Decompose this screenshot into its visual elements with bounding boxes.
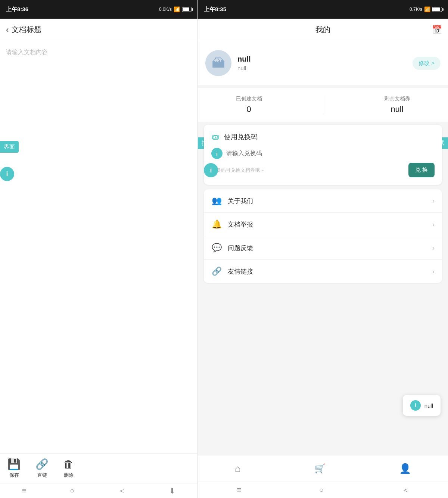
avatar-icon: 🏔 [212,55,225,71]
nav-system-bar: ≡ ○ ＜ [198,482,448,498]
chevron-report-icon: › [432,221,435,228]
avatar: 🏔 [205,50,231,76]
links-icon: 🔗 [211,267,222,276]
back-button[interactable]: ‹ 文档标题 [6,25,41,35]
chevron-links-icon: › [432,268,435,276]
redeem-info-icon: i [211,148,223,159]
bottom-nav-tabs: ⌂ 🛒 👤 [198,455,448,482]
right-time: 上午8:35 [204,6,226,13]
redeem-ticket-icon: 🎟 [211,132,220,142]
profile-name: null [237,55,251,63]
about-icon: 👥 [211,196,222,206]
redeem-hint-row: 兑换码可兑换文档券哦～ 兑 换 [211,163,435,177]
chevron-about-icon: › [432,197,435,205]
chain-icon: 🔗 [35,458,49,470]
left-panel: 上午8:36 0.0K/s 📶 ‹ 文档标题 请输入文档内容 界面 i 💾 保存 [0,0,198,498]
stats-section: 已创建文档 0 剩余文档券 null [198,88,448,122]
profile-info: null null [237,55,251,71]
toolbar-actions: 💾 保存 🔗 直链 🗑 删除 [0,454,197,483]
feedback-icon: 💬 [211,243,222,253]
notif-icon: i [410,400,421,411]
left-time: 上午8:36 [6,6,28,13]
stat-created-value: 0 [246,105,251,114]
menu-item-feedback[interactable]: 💬 问题反馈 › [204,236,442,260]
battery-left [182,7,192,12]
back-arrow-icon: ‹ [6,25,9,35]
delete-button[interactable]: 🗑 删除 [63,458,74,479]
left-status-icons: 0.0K/s 📶 [159,6,192,12]
menu-item-report-label: 文档举报 [228,220,432,229]
delete-icon: 🗑 [63,458,74,470]
stat-remaining-label: 剩余文档券 [384,96,410,102]
nav-tab-profile[interactable]: 👤 [399,463,411,474]
menu-item-about-label: 关于我们 [228,197,432,205]
edit-button[interactable]: 修改 > [413,57,441,70]
cart-icon: 🛒 [314,463,326,474]
redeem-code-input[interactable] [226,150,435,157]
profile-section: 🏔 null null 修改 > [198,41,448,85]
signal-icon: 📶 [174,6,180,12]
bottom-toolbar-left: 💾 保存 🔗 直链 🗑 删除 ≡ ○ ＜ ⬇ [0,453,197,498]
home-icon: ⌂ [235,463,241,474]
doc-title: 文档标题 [12,25,41,35]
doc-content-area[interactable]: 请输入文档内容 [0,41,197,453]
right-status-icons: 0.7K/s 📶 [410,6,442,12]
redeem-button[interactable]: 兑 换 [408,163,435,177]
stat-remaining-value: null [391,105,403,114]
sys-home-icon[interactable]: ○ [319,486,324,494]
page-title: 我的 [315,25,330,35]
sys-menu-icon[interactable]: ≡ [237,486,241,494]
status-bar-right: 上午8:35 0.7K/s 📶 [198,0,448,19]
nav-down-icon[interactable]: ⬇ [169,486,175,495]
profile-sub: null [237,65,251,71]
menu-item-report[interactable]: 🔔 文档举报 › [204,213,442,236]
info-icon-left[interactable]: i [0,167,14,181]
nav-tab-home[interactable]: ⌂ [235,463,241,474]
save-icon: 💾 [7,458,21,470]
header-left: ‹ 文档标题 [0,19,197,41]
notif-text: null [424,402,433,409]
save-label: 保存 [9,472,19,479]
label-jie[interactable]: 界面 [0,141,19,153]
bottom-nav-right: ⌂ 🛒 👤 ≡ ○ ＜ [198,455,448,498]
nav-menu-icon[interactable]: ≡ [22,486,27,495]
sys-back-icon[interactable]: ＜ [402,485,409,495]
stat-divider [323,96,323,114]
save-button[interactable]: 💾 保存 [7,458,21,479]
menu-item-links[interactable]: 🔗 友情链接 › [204,260,442,283]
menu-item-about[interactable]: 👥 关于我们 › [204,189,442,213]
right-speed: 0.7K/s [410,7,422,12]
menu-item-feedback-label: 问题反馈 [228,244,432,252]
report-icon: 🔔 [211,220,222,229]
doc-placeholder: 请输入文档内容 [6,49,48,55]
chain-label: 直链 [37,472,47,479]
profile-left: 🏔 null null [205,50,251,76]
stat-created: 已创建文档 0 [236,96,262,114]
notification-popup: i null [403,395,441,416]
stat-created-label: 已创建文档 [236,96,262,102]
header-right: 我的 📅 [198,19,448,41]
chain-button[interactable]: 🔗 直链 [35,458,49,479]
right-panel: 上午8:35 0.7K/s 📶 我的 📅 🏔 null null 修改 > [198,0,448,498]
menu-card: 👥 关于我们 › 🔔 文档举报 › 💬 问题反馈 › 🔗 友情链接 › [204,189,442,283]
redeem-hint: 兑换码可兑换文档券哦～ [211,167,265,174]
redemption-title-row: 🎟 使用兑换码 [211,132,435,142]
redemption-title: 使用兑换码 [224,133,258,141]
chevron-feedback-icon: › [432,244,435,252]
delete-label: 删除 [64,472,74,479]
nav-back-icon[interactable]: ＜ [118,486,125,496]
profile-icon: 👤 [399,463,411,474]
info-icon-right[interactable]: i [204,163,218,177]
left-speed: 0.0K/s [159,7,172,12]
redeem-input-row: i [211,148,435,159]
right-signal-icon: 📶 [424,6,430,12]
battery-right [432,7,442,12]
stat-remaining: 剩余文档券 null [384,96,410,114]
nav-tab-cart[interactable]: 🛒 [314,463,326,474]
status-bar-left: 上午8:36 0.0K/s 📶 [0,0,197,19]
nav-bar-left: ≡ ○ ＜ ⬇ [0,483,197,498]
calendar-icon[interactable]: 📅 [432,25,442,35]
nav-home-icon[interactable]: ○ [70,486,74,495]
menu-item-links-label: 友情链接 [228,267,432,276]
redemption-card: 🎟 使用兑换码 i 兑换码可兑换文档券哦～ 兑 换 [204,125,442,185]
